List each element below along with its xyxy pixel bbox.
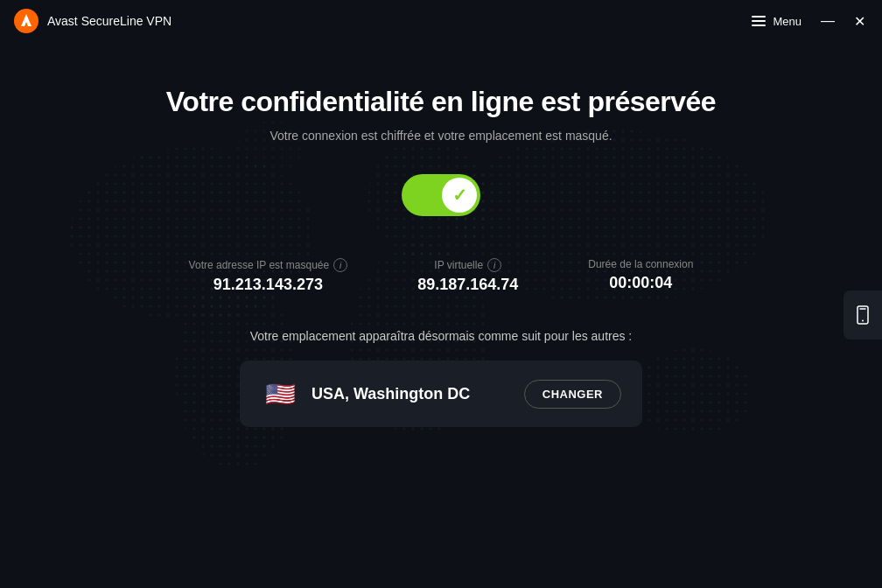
stat-label-masked-ip: Votre adresse IP est masquée i [189, 258, 348, 272]
toggle-knob: ✓ [442, 178, 477, 213]
location-description: Votre emplacement apparaîtra désormais c… [250, 329, 633, 343]
stat-label-text-1: Votre adresse IP est masquée [189, 259, 330, 271]
stat-masked-ip: Votre adresse IP est masquée i 91.213.14… [189, 258, 348, 294]
minimize-button[interactable]: — [819, 12, 836, 30]
stat-label-text-3: Durée de la connexion [588, 258, 693, 270]
main-content: Votre confidentialité en ligne est prése… [0, 42, 882, 588]
checkmark-icon: ✓ [452, 185, 467, 206]
change-location-button[interactable]: CHANGER [524, 380, 621, 409]
content-area: Votre confidentialité en ligne est prése… [0, 42, 882, 427]
headline: Votre confidentialité en ligne est prése… [166, 86, 716, 118]
titlebar-right: Menu — ✕ [752, 12, 868, 30]
stats-row: Votre adresse IP est masquée i 91.213.14… [189, 258, 694, 294]
stat-value-connection-duration: 00:00:04 [609, 274, 672, 292]
subtitle: Votre connexion est chiffrée et votre em… [270, 129, 612, 143]
stat-label-connection-duration: Durée de la connexion [588, 258, 693, 270]
stat-label-text-2: IP virtuelle [434, 259, 483, 271]
svg-point-10 [862, 320, 864, 322]
stat-virtual-ip: IP virtuelle i 89.187.164.74 [417, 258, 518, 294]
location-left: 🇺🇸 USA, Washington DC [261, 374, 470, 413]
vpn-toggle[interactable]: ✓ [402, 174, 480, 216]
stat-connection-duration: Durée de la connexion 00:00:04 [588, 258, 693, 294]
titlebar: Avast SecureLine VPN Menu — ✕ [0, 0, 882, 42]
titlebar-left: Avast SecureLine VPN [14, 9, 172, 33]
flag-emoji: 🇺🇸 [265, 380, 296, 409]
stat-value-virtual-ip: 89.187.164.74 [417, 276, 518, 294]
menu-label: Menu [773, 15, 802, 28]
app-title: Avast SecureLine VPN [47, 14, 172, 28]
hamburger-icon [752, 16, 766, 26]
stat-label-virtual-ip: IP virtuelle i [434, 258, 501, 272]
location-name: USA, Washington DC [312, 385, 470, 403]
info-icon-masked-ip[interactable]: i [333, 258, 347, 272]
info-icon-virtual-ip[interactable]: i [487, 258, 501, 272]
menu-button[interactable]: Menu [752, 15, 802, 28]
location-card: 🇺🇸 USA, Washington DC CHANGER [240, 360, 642, 427]
window-controls: — ✕ [819, 12, 868, 30]
mobile-icon-button[interactable] [844, 290, 882, 340]
mobile-device-icon [853, 305, 872, 325]
sidebar-right [844, 290, 882, 340]
vpn-toggle-container: ✓ [402, 174, 480, 216]
stat-value-masked-ip: 91.213.143.273 [214, 276, 323, 294]
country-flag: 🇺🇸 [261, 374, 299, 413]
close-button[interactable]: ✕ [850, 12, 868, 30]
avast-logo-icon [14, 9, 38, 33]
